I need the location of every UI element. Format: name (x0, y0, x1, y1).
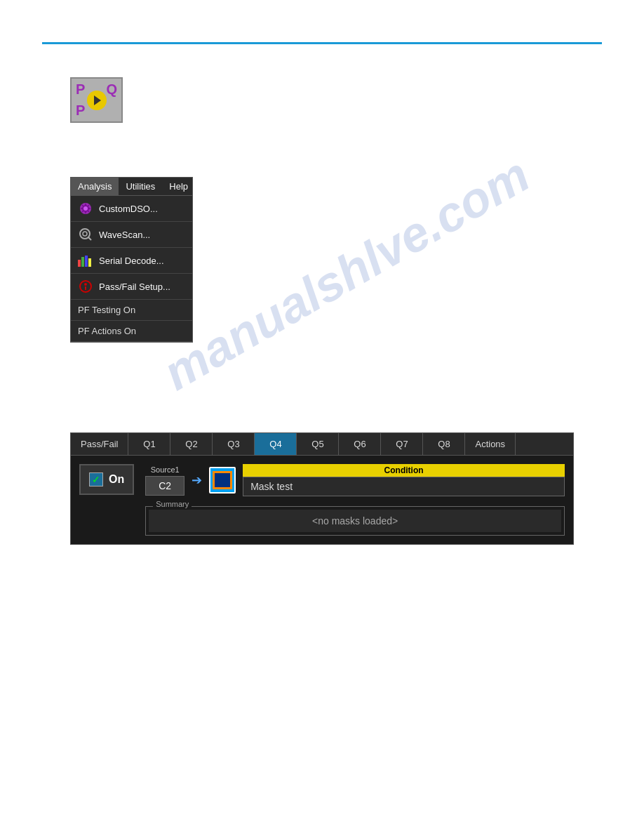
serial-decode-label: Serial Decode... (99, 256, 164, 266)
svg-point-10 (84, 283, 87, 286)
tab-q6[interactable]: Q6 (339, 433, 381, 455)
tab-q5[interactable]: Q5 (297, 433, 339, 455)
summary-section: Summary <no masks loaded> (145, 506, 565, 536)
pf-content-area: ✓ On Source1 C2 ➔ Condition (71, 456, 573, 544)
svg-point-3 (83, 232, 87, 236)
source-label: Source1 (145, 465, 185, 474)
on-toggle[interactable]: ✓ On (79, 464, 134, 495)
svg-rect-11 (85, 286, 86, 290)
svg-line-4 (88, 237, 91, 240)
customdso-label: CustomDSO... (99, 204, 158, 214)
svg-rect-7 (85, 256, 88, 267)
menu-item-wavescan[interactable]: WaveScan... (71, 222, 192, 248)
tab-q3[interactable]: Q3 (213, 433, 255, 455)
mask-inner-icon (213, 471, 232, 489)
customdso-icon (78, 201, 93, 216)
menu-item-pf-testing[interactable]: PF Testing On (71, 300, 192, 321)
tab-q7[interactable]: Q7 (381, 433, 423, 455)
summary-wrapper: Summary <no masks loaded> (145, 506, 565, 536)
svg-rect-6 (81, 257, 84, 267)
svg-rect-8 (88, 258, 91, 267)
svg-rect-5 (78, 260, 81, 267)
p2-letter: P (76, 102, 85, 119)
svg-point-1 (83, 206, 88, 211)
pq-icon: P Q P (70, 77, 123, 123)
pf-right-section: Source1 C2 ➔ Condition Mask test Su (145, 464, 565, 536)
source-condition-row: Source1 C2 ➔ Condition Mask test (145, 464, 565, 496)
checkbox-check: ✓ (89, 472, 103, 486)
wavescan-label: WaveScan... (99, 230, 150, 240)
watermark: manualshlve.com (154, 146, 539, 401)
tab-q2[interactable]: Q2 (170, 433, 213, 455)
arrow-right-icon: ➔ (192, 472, 202, 488)
condition-box: Condition Mask test (243, 464, 565, 496)
p1-letter: P (76, 81, 85, 98)
pf-tab-bar: Pass/Fail Q1 Q2 Q3 Q4 Q5 Q6 Q7 Q8 Action… (71, 433, 573, 456)
passfail-panel: Pass/Fail Q1 Q2 Q3 Q4 Q5 Q6 Q7 Q8 Action… (70, 432, 574, 545)
summary-title: Summary (153, 500, 192, 508)
passfail-setup-icon (78, 279, 93, 294)
condition-value[interactable]: Mask test (243, 477, 565, 496)
menu-item-pf-actions[interactable]: PF Actions On (71, 321, 192, 342)
menu-item-passfail-setup[interactable]: Pass/Fail Setup... (71, 274, 192, 300)
menu-item-customdso[interactable]: CustomDSO... (71, 196, 192, 222)
tab-help[interactable]: Help (162, 178, 195, 195)
summary-value: <no masks loaded> (149, 510, 561, 532)
tab-q4[interactable]: Q4 (255, 433, 297, 455)
serial-decode-icon (78, 253, 93, 268)
q-letter: Q (106, 81, 117, 98)
tab-q8[interactable]: Q8 (423, 433, 465, 455)
condition-label: Condition (243, 464, 565, 477)
source-box: Source1 C2 (145, 465, 185, 496)
wavescan-icon (78, 227, 93, 242)
passfail-setup-label: Pass/Fail Setup... (99, 282, 170, 292)
analysis-menu: Analysis Utilities Help CustomDSO... Wav… (70, 177, 193, 343)
top-divider (42, 42, 602, 44)
svg-point-2 (80, 229, 90, 239)
on-label: On (109, 473, 124, 486)
tab-utilities[interactable]: Utilities (119, 178, 162, 195)
menu-item-serial-decode[interactable]: Serial Decode... (71, 248, 192, 274)
tab-passfail[interactable]: Pass/Fail (71, 433, 128, 455)
tab-analysis[interactable]: Analysis (71, 178, 119, 195)
source-value[interactable]: C2 (145, 476, 185, 496)
menu-header: Analysis Utilities Help (71, 178, 192, 196)
tab-actions[interactable]: Actions (465, 433, 516, 455)
play-icon (87, 91, 107, 110)
tab-q1[interactable]: Q1 (128, 433, 170, 455)
mask-icon (209, 467, 236, 494)
